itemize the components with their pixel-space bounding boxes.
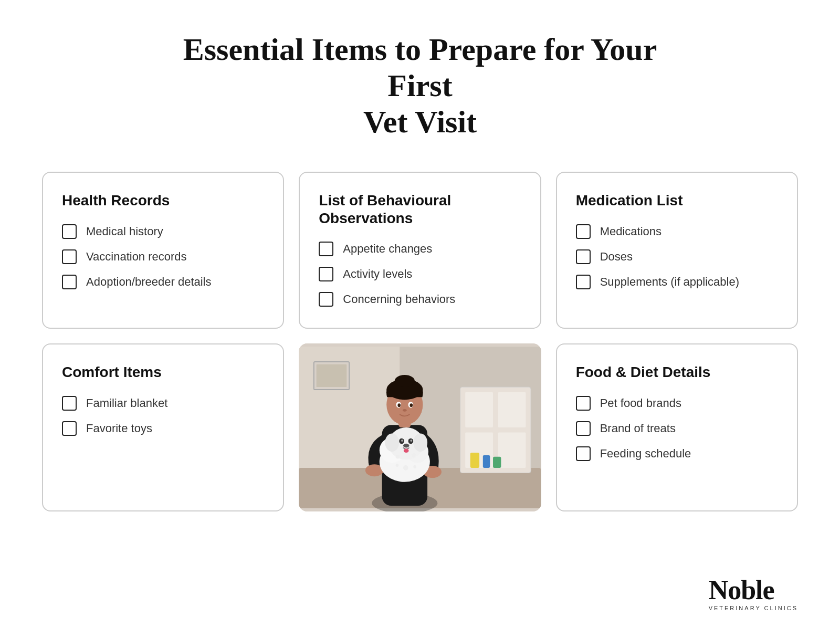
checkbox[interactable] [319, 292, 333, 307]
list-item: Familiar blanket [62, 396, 264, 411]
list-item: Medical history [62, 224, 264, 239]
item-label: Medical history [86, 225, 163, 238]
svg-point-43 [413, 465, 416, 468]
clinic-logo: Noble VETERINARY CLINICS [709, 577, 798, 611]
list-item: Medications [576, 224, 778, 239]
item-label: Supplements (if applicable) [600, 275, 739, 289]
svg-rect-13 [493, 457, 501, 468]
item-label: Vaccination records [86, 250, 187, 264]
svg-point-32 [413, 434, 427, 452]
food-list: Pet food brands Brand of treats Feeding … [576, 396, 778, 461]
checkbox[interactable] [576, 249, 591, 264]
checkbox[interactable] [319, 242, 333, 256]
comfort-title: Comfort Items [62, 363, 264, 381]
checkbox[interactable] [576, 421, 591, 436]
medication-title: Medication List [576, 192, 778, 210]
svg-rect-10 [317, 364, 347, 387]
item-label: Activity levels [343, 267, 412, 281]
grid-container: Health Records Medical history Vaccinati… [42, 172, 798, 511]
checkbox[interactable] [62, 249, 77, 264]
item-label: Familiar blanket [86, 396, 167, 410]
page-container: Essential Items to Prepare for Your Firs… [0, 0, 840, 627]
list-item: Favorite toys [62, 421, 264, 436]
behavioural-card: List of Behavioural Observations Appetit… [299, 172, 541, 329]
svg-point-40 [412, 453, 416, 457]
item-label: Doses [600, 250, 633, 264]
list-item: Doses [576, 249, 778, 264]
list-item: Vaccination records [62, 249, 264, 264]
svg-rect-11 [470, 453, 479, 468]
vet-photo [299, 343, 541, 511]
svg-point-38 [404, 449, 409, 453]
list-item: Feeding schedule [576, 446, 778, 461]
food-title: Food & Diet Details [576, 363, 778, 381]
svg-point-25 [410, 404, 413, 407]
item-label: Appetite changes [343, 242, 432, 256]
checkbox[interactable] [576, 224, 591, 239]
svg-point-35 [401, 440, 403, 442]
svg-point-21 [395, 375, 415, 387]
comfort-list: Familiar blanket Favorite toys [62, 396, 264, 436]
checkbox[interactable] [62, 421, 77, 436]
item-label: Brand of treats [600, 422, 676, 435]
vet-illustration [299, 343, 541, 511]
item-label: Concerning behaviors [343, 292, 455, 306]
item-label: Feeding schedule [600, 447, 691, 461]
vet-photo-card [299, 343, 541, 511]
checkbox[interactable] [576, 275, 591, 289]
svg-point-41 [403, 465, 408, 471]
checkbox[interactable] [576, 396, 591, 411]
svg-rect-12 [483, 455, 490, 468]
svg-point-24 [398, 404, 401, 407]
svg-rect-5 [465, 392, 493, 427]
svg-point-36 [411, 440, 413, 442]
svg-point-42 [396, 464, 399, 467]
svg-rect-6 [498, 392, 526, 427]
behavioural-title: List of Behavioural Observations [319, 192, 521, 227]
list-item: Adoption/breeder details [62, 275, 264, 289]
list-item: Brand of treats [576, 421, 778, 436]
item-label: Adoption/breeder details [86, 275, 212, 289]
list-item: Pet food brands [576, 396, 778, 411]
logo-name: Noble [709, 577, 798, 604]
health-records-title: Health Records [62, 192, 264, 210]
checkbox[interactable] [319, 267, 333, 281]
comfort-card: Comfort Items Familiar blanket Favorite … [42, 343, 284, 511]
list-item: Supplements (if applicable) [576, 275, 778, 289]
checkbox[interactable] [62, 275, 77, 289]
health-records-card: Health Records Medical history Vaccinati… [42, 172, 284, 329]
item-label: Pet food brands [600, 396, 681, 410]
food-card: Food & Diet Details Pet food brands Bran… [556, 343, 798, 511]
page-title: Essential Items to Prepare for Your Firs… [158, 32, 682, 140]
logo-subtitle: VETERINARY CLINICS [709, 605, 798, 611]
list-item: Activity levels [319, 267, 521, 281]
checkbox[interactable] [62, 396, 77, 411]
svg-point-31 [385, 434, 400, 452]
item-label: Favorite toys [86, 422, 152, 435]
checkbox[interactable] [576, 446, 591, 461]
list-item: Concerning behaviors [319, 292, 521, 307]
checkbox[interactable] [62, 224, 77, 239]
svg-point-37 [403, 444, 410, 448]
svg-point-26 [403, 409, 407, 412]
behavioural-list: Appetite changes Activity levels Concern… [319, 242, 521, 307]
list-item: Appetite changes [319, 242, 521, 256]
medication-list: Medications Doses Supplements (if applic… [576, 224, 778, 289]
svg-rect-8 [498, 433, 526, 468]
svg-point-39 [396, 455, 400, 459]
medication-card: Medication List Medications Doses Supple… [556, 172, 798, 329]
item-label: Medications [600, 225, 662, 238]
health-records-list: Medical history Vaccination records Adop… [62, 224, 264, 289]
